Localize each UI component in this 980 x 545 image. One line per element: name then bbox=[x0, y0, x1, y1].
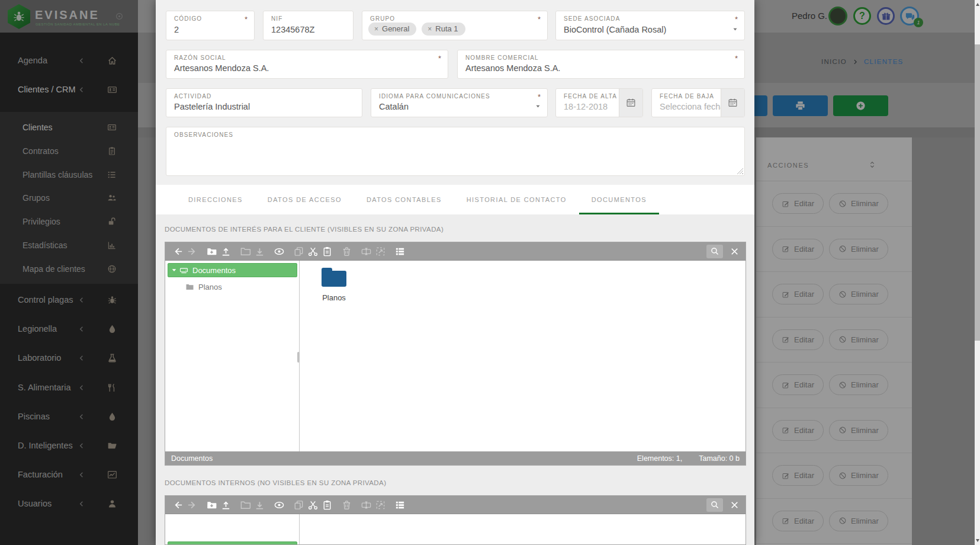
forward-icon bbox=[185, 245, 199, 258]
search-button[interactable] bbox=[706, 498, 723, 512]
grupo-field[interactable]: GRUPO * ×General ×Ruta 1 bbox=[362, 11, 548, 40]
preview-eye-icon[interactable] bbox=[272, 245, 286, 258]
resize-icon bbox=[374, 498, 387, 512]
scrollbar[interactable] bbox=[975, 0, 980, 545]
file-manager-toolbar bbox=[165, 496, 746, 514]
tab-datos-contables[interactable]: DATOS CONTABLES bbox=[354, 185, 454, 214]
file-list-panel[interactable]: Planos bbox=[300, 261, 746, 451]
back-icon[interactable] bbox=[171, 498, 185, 512]
chevron-down-icon bbox=[732, 26, 738, 33]
scroll-down-arrow[interactable] bbox=[975, 536, 980, 545]
tree-item-planos[interactable]: Planos bbox=[168, 280, 297, 294]
tab-direcciones[interactable]: DIRECCIONES bbox=[176, 185, 255, 214]
new-folder-icon[interactable] bbox=[205, 245, 219, 258]
calendar-icon bbox=[728, 98, 738, 108]
folder-item-planos[interactable]: Planos bbox=[307, 267, 361, 302]
file-manager-statusbar: Documentos Elementos: 1, Tamaño: 0 b bbox=[165, 451, 746, 465]
file-tree-panel: Documentos bbox=[165, 514, 300, 544]
scroll-up-arrow[interactable] bbox=[975, 0, 980, 9]
search-button[interactable] bbox=[706, 245, 723, 258]
new-folder-icon[interactable] bbox=[205, 498, 219, 512]
download-icon bbox=[253, 498, 266, 512]
folder-icon bbox=[320, 267, 348, 288]
tab-bar: DIRECCIONES DATOS DE ACCESO DATOS CONTAB… bbox=[156, 185, 754, 214]
status-path: Documentos bbox=[171, 454, 213, 463]
delete-icon bbox=[340, 498, 354, 512]
tab-datos-de-acceso[interactable]: DATOS DE ACCESO bbox=[255, 185, 354, 214]
splitter-handle[interactable] bbox=[297, 352, 300, 363]
sede-asociada-select[interactable]: SEDE ASOCIADA * BioControl (Cañada Rosal… bbox=[555, 11, 745, 40]
drive-icon bbox=[179, 266, 188, 275]
calendar-button[interactable] bbox=[619, 89, 642, 117]
resize-icon bbox=[374, 245, 387, 258]
cut-icon[interactable] bbox=[306, 498, 320, 512]
grupo-chips: ×General ×Ruta 1 bbox=[368, 23, 465, 36]
file-manager-toolbar bbox=[165, 242, 746, 261]
scrollbar-thumb[interactable] bbox=[975, 44, 980, 341]
tab-historial-de-contacto[interactable]: HISTORIAL DE CONTACTO bbox=[454, 185, 579, 214]
nombre-comercial-field[interactable]: NOMBRE COMERCIAL * Artesanos Mendoza S.A… bbox=[457, 50, 745, 79]
status-elements: Elementos: 1, bbox=[637, 454, 682, 463]
folder-icon bbox=[185, 283, 194, 291]
tree-item-documentos[interactable]: Documentos bbox=[168, 263, 297, 277]
copy-icon bbox=[292, 498, 306, 512]
upload-icon[interactable] bbox=[219, 498, 233, 512]
paste-icon[interactable] bbox=[320, 498, 334, 512]
actividad-field[interactable]: ACTIVIDAD Pastelería Industrial bbox=[166, 88, 362, 117]
copy-icon bbox=[292, 245, 306, 258]
fecha-alta-field[interactable]: FECHA DE ALTA 18-12-2018 bbox=[555, 88, 643, 117]
section-label-internal-docs: DOCUMENTOS INTERNOS (NO VISIBLES EN SU Z… bbox=[165, 479, 386, 486]
chevron-down-icon bbox=[535, 103, 541, 110]
idioma-select[interactable]: IDIOMA PARA COMUNICACIONES * Catalán bbox=[371, 88, 548, 117]
close-icon[interactable] bbox=[728, 245, 741, 258]
client-edit-modal: CÓDIGO * 2 NIF 12345678Z GRUPO * ×Genera… bbox=[156, 0, 754, 545]
nif-field[interactable]: NIF 12345678Z bbox=[263, 11, 354, 40]
back-icon[interactable] bbox=[171, 245, 185, 258]
observaciones-textarea[interactable]: OBSERVACIONES bbox=[166, 127, 745, 176]
chip-ruta1[interactable]: ×Ruta 1 bbox=[422, 23, 465, 36]
forward-icon bbox=[185, 498, 199, 512]
codigo-field[interactable]: CÓDIGO * 2 bbox=[166, 11, 255, 40]
chip-general[interactable]: ×General bbox=[368, 23, 416, 36]
razon-social-field[interactable]: RAZÓN SOCIAL * Artesanos Mendoza S.A. bbox=[166, 50, 448, 79]
chip-remove-icon[interactable]: × bbox=[374, 25, 378, 33]
file-list-panel[interactable] bbox=[300, 514, 746, 544]
download-icon bbox=[253, 245, 266, 258]
fecha-baja-field[interactable]: FECHA DE BAJA Selecciona fecha bbox=[651, 88, 745, 117]
cut-icon[interactable] bbox=[306, 245, 320, 258]
tab-documentos[interactable]: DOCUMENTOS bbox=[579, 185, 659, 214]
tree-item-documentos[interactable]: Documentos bbox=[168, 541, 297, 545]
calendar-button[interactable] bbox=[721, 89, 744, 117]
open-folder-icon bbox=[239, 245, 252, 258]
app-root: Pedro G. ? 1 INICIO CLIENTES ACCIONES Ed… bbox=[0, 0, 980, 545]
view-list-icon[interactable] bbox=[393, 498, 407, 512]
preview-eye-icon[interactable] bbox=[272, 498, 286, 512]
upload-icon[interactable] bbox=[219, 245, 233, 258]
chip-remove-icon[interactable]: × bbox=[428, 25, 432, 33]
file-tree-panel: Documentos Planos bbox=[165, 261, 300, 451]
status-size: Tamaño: 0 b bbox=[699, 454, 740, 463]
paste-icon[interactable] bbox=[320, 245, 334, 258]
file-manager-internal-docs: Documentos bbox=[165, 495, 746, 545]
close-icon[interactable] bbox=[728, 498, 741, 512]
view-list-icon[interactable] bbox=[393, 245, 407, 258]
calendar-icon bbox=[626, 98, 636, 108]
section-label-client-docs: DOCUMENTOS DE INTERÉS PARA EL CLIENTE (V… bbox=[165, 226, 444, 233]
caret-down-icon[interactable] bbox=[171, 267, 178, 274]
file-manager-client-docs: Documentos Planos Planos Documentos Elem… bbox=[165, 242, 746, 466]
rename-icon bbox=[359, 498, 373, 512]
rename-icon bbox=[359, 245, 373, 258]
delete-icon bbox=[340, 245, 354, 258]
open-folder-icon bbox=[239, 498, 252, 512]
